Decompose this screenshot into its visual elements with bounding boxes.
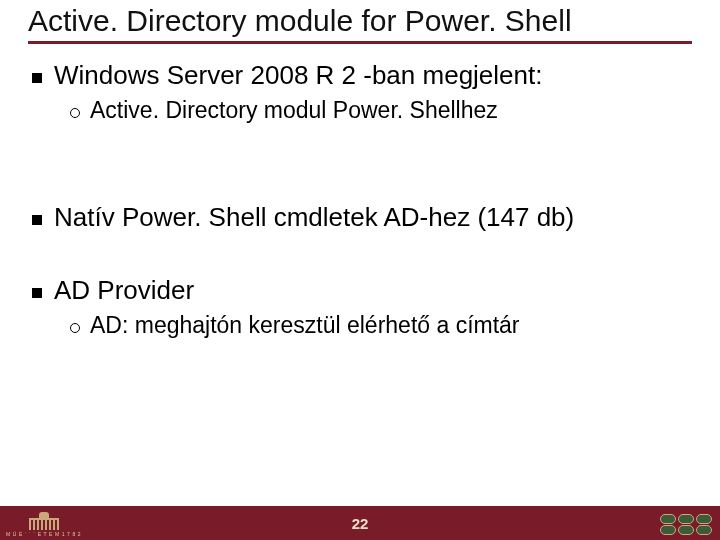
- bullet-text: AD: meghajtón keresztül elérhető a címtá…: [90, 312, 520, 339]
- bullet-level1: AD Provider: [32, 275, 688, 306]
- badge-icon: [696, 525, 712, 535]
- page-number: 22: [352, 515, 369, 532]
- square-bullet-icon: [32, 288, 42, 298]
- bullet-level2: Active. Directory modul Power. Shellhez: [70, 97, 688, 124]
- bullet-text: AD Provider: [54, 275, 194, 306]
- slide: Active. Directory module for Power. Shel…: [0, 0, 720, 540]
- badge-icon: [660, 514, 676, 524]
- university-logo: M Ű E ˙ ˙ ˙ E T E M 1 7 8 2: [6, 512, 81, 537]
- badge-icon: [696, 514, 712, 524]
- bullet-level1: Natív Power. Shell cmdletek AD-hez (147 …: [32, 202, 688, 233]
- bullet-text: Natív Power. Shell cmdletek AD-hez (147 …: [54, 202, 574, 233]
- square-bullet-icon: [32, 215, 42, 225]
- circle-bullet-icon: [70, 108, 80, 118]
- square-bullet-icon: [32, 73, 42, 83]
- bullet-level1: Windows Server 2008 R 2 -ban megjelent:: [32, 60, 688, 91]
- bullet-text: Windows Server 2008 R 2 -ban megjelent:: [54, 60, 542, 91]
- slide-title: Active. Directory module for Power. Shel…: [28, 4, 692, 44]
- bullet-level2: AD: meghajtón keresztül elérhető a címtá…: [70, 312, 688, 339]
- bullet-text: Active. Directory modul Power. Shellhez: [90, 97, 498, 124]
- badge-icon: [660, 525, 676, 535]
- slide-footer: M Ű E ˙ ˙ ˙ E T E M 1 7 8 2 22: [0, 506, 720, 540]
- circle-bullet-icon: [70, 323, 80, 333]
- university-label: M Ű E ˙ ˙ ˙ E T E M 1 7 8 2: [6, 531, 81, 537]
- slide-content: Windows Server 2008 R 2 -ban megjelent: …: [0, 44, 720, 541]
- department-logo: [660, 514, 712, 535]
- badge-icon: [678, 514, 694, 524]
- building-icon: [23, 512, 65, 530]
- badge-icon: [678, 525, 694, 535]
- title-container: Active. Directory module for Power. Shel…: [0, 0, 720, 44]
